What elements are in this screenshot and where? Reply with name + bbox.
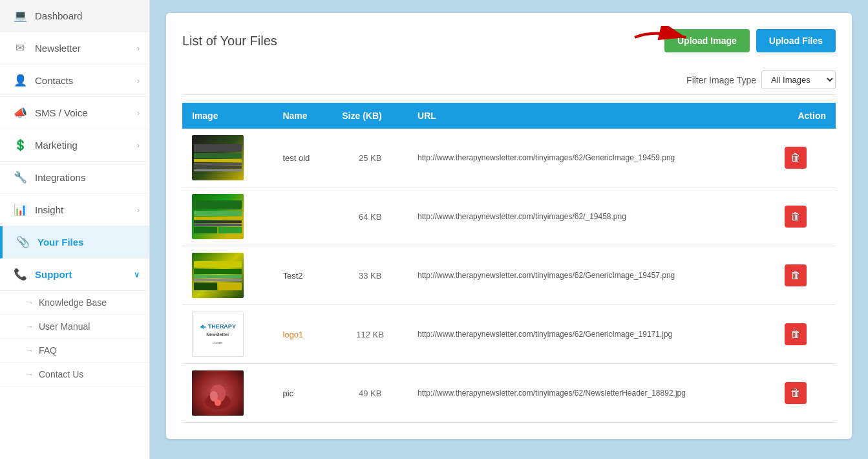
newsletter-preview bbox=[192, 259, 244, 292]
arrow-icon: → bbox=[26, 322, 34, 331]
header-buttons: Upload Image Upload Files bbox=[664, 29, 836, 52]
sidebar-item-contacts[interactable]: 👤 Contacts › bbox=[0, 65, 149, 97]
sidebar-item-label: Integrations bbox=[35, 172, 85, 183]
delete-button[interactable]: 🗑 bbox=[785, 206, 807, 228]
sidebar-item-label: Your Files bbox=[37, 237, 83, 248]
table-header: Image Name Size (KB) URL Action bbox=[182, 103, 836, 129]
sidebar-item-label: Insight bbox=[35, 204, 63, 215]
table-body: test old25 KBhttp://www.therapynewslette… bbox=[182, 129, 836, 423]
image-thumbnail bbox=[192, 253, 244, 298]
col-size: Size (KB) bbox=[332, 103, 408, 129]
col-name: Name bbox=[273, 103, 332, 129]
sidebar: 💻 Dashboard ✉ Newsletter › 👤 Contacts › … bbox=[0, 0, 150, 459]
chevron-right-icon: › bbox=[137, 206, 140, 215]
chevron-right-icon: › bbox=[137, 141, 140, 150]
filter-select[interactable]: All Images Images Only Files Only bbox=[761, 70, 836, 89]
upload-files-button[interactable]: Upload Files bbox=[756, 29, 836, 52]
sidebar-item-your-files[interactable]: 📎 Your Files bbox=[0, 226, 149, 259]
col-url: URL bbox=[408, 103, 775, 129]
delete-button[interactable]: 🗑 bbox=[785, 382, 807, 404]
sub-item-label: User Manual bbox=[39, 321, 90, 332]
image-cell bbox=[182, 129, 273, 187]
name-cell: pic bbox=[273, 364, 332, 423]
action-cell: 🗑 bbox=[775, 246, 836, 305]
action-cell: 🗑 bbox=[775, 305, 836, 364]
filter-row: Filter Image Type All Images Images Only… bbox=[182, 65, 836, 95]
sidebar-item-marketing[interactable]: 💲 Marketing › bbox=[0, 129, 149, 162]
sub-item-label: FAQ bbox=[39, 345, 57, 356]
sidebar-item-label: Dashboard bbox=[35, 10, 82, 21]
name-cell bbox=[273, 187, 332, 246]
url-cell: http://www.therapynewsletter.com/tinyima… bbox=[408, 305, 775, 364]
sidebar-item-insight[interactable]: 📊 Insight › bbox=[0, 194, 149, 226]
table-row: pic49 KBhttp://www.therapynewsletter.com… bbox=[182, 364, 836, 423]
sidebar-item-label: Newsletter bbox=[35, 43, 81, 54]
chevron-right-icon: › bbox=[137, 76, 140, 85]
name-cell: test old bbox=[273, 129, 332, 187]
size-cell: 64 KB bbox=[332, 187, 408, 246]
dashboard-icon: 💻 bbox=[13, 9, 27, 23]
url-cell: http://www.therapynewsletter.com/tinyima… bbox=[408, 129, 775, 187]
delete-button[interactable]: 🗑 bbox=[785, 147, 807, 169]
sidebar-item-user-manual[interactable]: → User Manual bbox=[0, 315, 149, 339]
url-cell: http://www.therapynewsletter.com/tinyima… bbox=[408, 364, 775, 423]
col-action: Action bbox=[775, 103, 836, 129]
arrow-icon: → bbox=[26, 346, 34, 355]
delete-button[interactable]: 🗑 bbox=[785, 323, 807, 345]
table-row: 🐟 THERAPYNewsletter.comlogo1112 KBhttp:/… bbox=[182, 305, 836, 364]
name-cell: logo1 bbox=[273, 305, 332, 364]
image-thumbnail bbox=[192, 194, 244, 239]
chevron-down-icon: ∨ bbox=[134, 270, 140, 279]
sidebar-item-contact-us[interactable]: → Contact Us bbox=[0, 363, 149, 387]
main-content: List of Your Files Upload Image Upload F… bbox=[150, 0, 868, 459]
image-thumbnail bbox=[192, 135, 244, 180]
sidebar-item-newsletter[interactable]: ✉ Newsletter › bbox=[0, 32, 149, 65]
action-cell: 🗑 bbox=[775, 187, 836, 246]
image-thumbnail bbox=[192, 370, 244, 416]
action-cell: 🗑 bbox=[775, 364, 836, 423]
sidebar-item-integrations[interactable]: 🔧 Integrations bbox=[0, 162, 149, 194]
filter-label: Filter Image Type bbox=[686, 75, 756, 85]
sidebar-item-sms-voice[interactable]: 📣 SMS / Voice › bbox=[0, 97, 149, 129]
url-cell: http://www.therapynewsletter.com/tinyima… bbox=[408, 246, 775, 305]
table-row: 64 KBhttp://www.therapynewsletter.com/ti… bbox=[182, 187, 836, 246]
sms-icon: 📣 bbox=[13, 106, 27, 120]
newsletter-preview bbox=[192, 142, 244, 173]
arrow-icon: → bbox=[26, 370, 34, 379]
image-cell bbox=[182, 364, 273, 423]
table-row: test old25 KBhttp://www.therapynewslette… bbox=[182, 129, 836, 187]
chevron-right-icon: › bbox=[137, 109, 140, 118]
sidebar-item-faq[interactable]: → FAQ bbox=[0, 339, 149, 363]
delete-button[interactable]: 🗑 bbox=[785, 264, 807, 286]
sidebar-item-support[interactable]: 📞 Support ∨ bbox=[0, 259, 149, 291]
sidebar-item-label: Marketing bbox=[35, 140, 78, 151]
size-cell: 25 KB bbox=[332, 129, 408, 187]
name-cell: Test2 bbox=[273, 246, 332, 305]
sidebar-item-label: Contacts bbox=[35, 75, 73, 86]
page-title: List of Your Files bbox=[182, 34, 277, 48]
logo-image: 🐟 THERAPYNewsletter.com bbox=[200, 323, 236, 346]
arrow-icon: → bbox=[26, 298, 34, 307]
header-row: List of Your Files Upload Image Upload F… bbox=[182, 29, 836, 52]
sidebar-item-dashboard[interactable]: 💻 Dashboard bbox=[0, 0, 149, 32]
sidebar-item-label: Support bbox=[35, 269, 72, 280]
support-icon: 📞 bbox=[13, 268, 27, 281]
image-cell bbox=[182, 246, 273, 305]
sub-item-label: Knowledge Base bbox=[39, 297, 107, 308]
size-cell: 112 KB bbox=[332, 305, 408, 364]
chevron-right-icon: › bbox=[137, 44, 140, 53]
sidebar-item-knowledge-base[interactable]: → Knowledge Base bbox=[0, 291, 149, 315]
insight-icon: 📊 bbox=[13, 203, 27, 217]
content-card: List of Your Files Upload Image Upload F… bbox=[166, 13, 852, 439]
svg-point-4 bbox=[215, 400, 221, 406]
marketing-icon: 💲 bbox=[13, 138, 27, 152]
image-cell: 🐟 THERAPYNewsletter.com bbox=[182, 305, 273, 364]
pic-preview bbox=[192, 370, 244, 416]
integrations-icon: 🔧 bbox=[13, 171, 27, 184]
col-image: Image bbox=[182, 103, 273, 129]
sidebar-item-label: SMS / Voice bbox=[35, 107, 88, 118]
table-row: Test233 KBhttp://www.therapynewsletter.c… bbox=[182, 246, 836, 305]
url-cell: http://www.therapynewsletter.com/tinyima… bbox=[408, 187, 775, 246]
sub-item-label: Contact Us bbox=[39, 369, 83, 379]
contacts-icon: 👤 bbox=[13, 74, 27, 87]
